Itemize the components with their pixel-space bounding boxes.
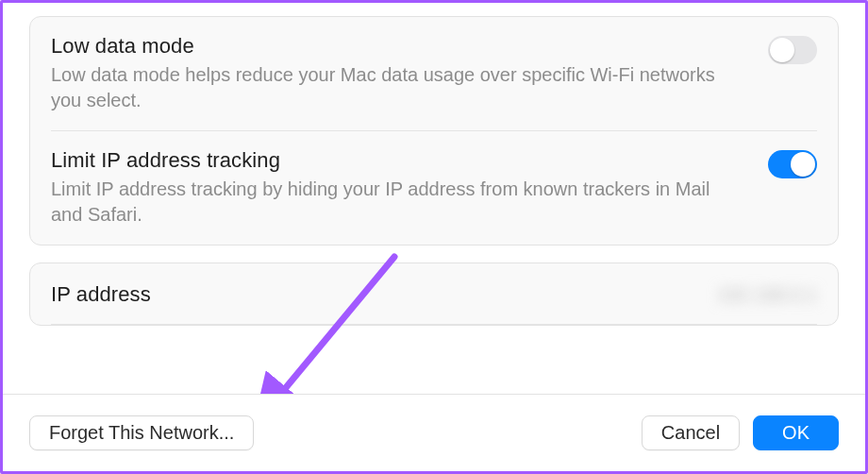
ok-button[interactable]: OK bbox=[753, 415, 839, 450]
settings-group-1: Low data mode Low data mode helps reduce… bbox=[29, 16, 839, 245]
limit-ip-tracking-row: Limit IP address tracking Limit IP addre… bbox=[51, 131, 817, 245]
toggle-knob bbox=[770, 38, 794, 62]
ip-address-row: IP address 192.168.0.1 bbox=[51, 263, 817, 325]
limit-ip-tracking-desc: Limit IP address tracking by hiding your… bbox=[51, 177, 745, 228]
content-area: Low data mode Low data mode helps reduce… bbox=[3, 3, 865, 326]
settings-dialog: Low data mode Low data mode helps reduce… bbox=[0, 0, 868, 474]
limit-ip-tracking-toggle[interactable] bbox=[768, 150, 817, 178]
low-data-mode-text: Low data mode Low data mode helps reduce… bbox=[51, 34, 745, 113]
low-data-mode-toggle[interactable] bbox=[768, 36, 817, 64]
dialog-footer: Forget This Network... Cancel OK bbox=[3, 394, 865, 471]
ip-address-label: IP address bbox=[51, 282, 151, 307]
limit-ip-tracking-text: Limit IP address tracking Limit IP addre… bbox=[51, 148, 745, 228]
ip-address-value: 192.168.0.1 bbox=[717, 284, 817, 306]
low-data-mode-title: Low data mode bbox=[51, 34, 745, 59]
low-data-mode-row: Low data mode Low data mode helps reduce… bbox=[51, 17, 817, 131]
limit-ip-tracking-title: Limit IP address tracking bbox=[51, 148, 745, 173]
cancel-button[interactable]: Cancel bbox=[642, 415, 740, 450]
settings-group-2: IP address 192.168.0.1 bbox=[29, 262, 839, 326]
toggle-knob bbox=[791, 152, 815, 177]
low-data-mode-desc: Low data mode helps reduce your Mac data… bbox=[51, 62, 745, 113]
forget-network-button[interactable]: Forget This Network... bbox=[29, 415, 254, 450]
